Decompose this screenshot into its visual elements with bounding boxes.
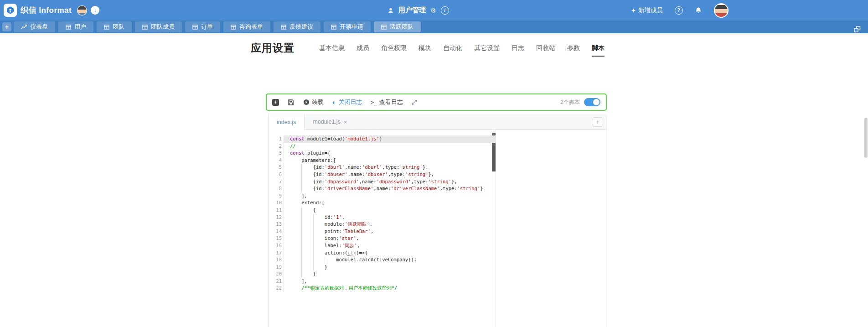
close-log-button[interactable]: ◐ 关闭日志 bbox=[332, 98, 362, 106]
code-token: , bbox=[356, 235, 359, 241]
workspace-avatar[interactable] bbox=[77, 5, 87, 16]
code-line[interactable]: 4 parameters:[ bbox=[269, 157, 496, 164]
line-number: 15 bbox=[269, 235, 284, 242]
settings-tab-基本信息[interactable]: 基本信息 bbox=[319, 44, 345, 57]
indent-guide bbox=[301, 207, 302, 214]
code-line[interactable]: 6 {id:'dbuser',name:'dbuser',type:'strin… bbox=[269, 171, 496, 178]
indent-guide bbox=[301, 228, 302, 235]
multi-window-icon[interactable] bbox=[853, 26, 861, 35]
code-line[interactable]: 3const plugin={ bbox=[269, 150, 496, 157]
line-number: 20 bbox=[269, 270, 284, 278]
editor-tab-label: module1.js bbox=[313, 119, 340, 125]
code-line-content: module:'活跃团队', bbox=[284, 221, 496, 228]
code-token: 'string' bbox=[457, 186, 480, 191]
line-number: 11 bbox=[269, 207, 284, 214]
table-icon bbox=[142, 25, 148, 30]
user-avatar[interactable] bbox=[714, 3, 728, 18]
info-icon[interactable]: i bbox=[441, 6, 449, 15]
settings-tab-自动化[interactable]: 自动化 bbox=[443, 44, 462, 57]
code-token: module: bbox=[290, 221, 345, 227]
view-log-button[interactable]: >_ 查看日志 bbox=[371, 98, 403, 106]
code-line[interactable]: 14 point:'TableBar', bbox=[269, 228, 496, 235]
app-title: 用户管理 bbox=[398, 6, 426, 15]
code-line[interactable]: 17 action:(ctx)=>{ bbox=[269, 249, 496, 257]
code-token: // bbox=[290, 143, 296, 149]
close-icon[interactable]: × bbox=[344, 119, 347, 125]
nav-tab-用户[interactable]: 用户 bbox=[58, 21, 93, 32]
nav-tab-活跃团队[interactable]: 活跃团队 bbox=[374, 21, 421, 32]
code-line[interactable]: 15 icon:'star', bbox=[269, 235, 496, 242]
save-button[interactable] bbox=[288, 99, 294, 106]
code-line[interactable]: 10 extend:[ bbox=[269, 199, 496, 207]
settings-tab-模块[interactable]: 模块 bbox=[418, 44, 431, 57]
code-line[interactable]: 21 ], bbox=[269, 278, 496, 285]
code-line[interactable]: 1const module1=load('module1.js') bbox=[269, 135, 496, 143]
code-line[interactable]: 9 ], bbox=[269, 192, 496, 200]
nav-tab-反馈建议[interactable]: 反馈建议 bbox=[274, 21, 320, 32]
nav-tab-订单[interactable]: 订单 bbox=[185, 21, 220, 32]
load-button[interactable]: 装载 bbox=[303, 98, 324, 106]
help-icon[interactable]: ? bbox=[675, 6, 683, 15]
download-circle-icon[interactable]: ↓ bbox=[91, 6, 99, 15]
code-line[interactable]: 2// bbox=[269, 143, 496, 150]
table-icon bbox=[231, 25, 236, 30]
code-line[interactable]: 22 /**锁定表的数据列，用户不能修改这些列*/ bbox=[269, 285, 496, 292]
top-header: 织信 Informat ↓ 用户管理 ⚙ i + 新增成员 ? bbox=[0, 0, 868, 21]
line-number: 21 bbox=[269, 278, 284, 285]
bell-icon[interactable] bbox=[695, 7, 702, 14]
code-token: /**锁定表的数据列，用户不能修改这些列*/ bbox=[290, 285, 397, 291]
nav-tab-label: 活跃团队 bbox=[390, 23, 413, 31]
code-line[interactable]: 8 {id:'driverClassName',name:'driverClas… bbox=[269, 185, 496, 192]
settings-tab-角色权限[interactable]: 角色权限 bbox=[381, 44, 407, 57]
add-script-button[interactable]: + bbox=[272, 99, 279, 106]
editor-tab-index.js[interactable]: index.js bbox=[269, 114, 305, 130]
code-line[interactable]: 5 {id:'dburl',name:'dburl',type:'string'… bbox=[269, 164, 496, 171]
gear-icon[interactable]: ⚙ bbox=[430, 7, 436, 14]
code-line[interactable]: 11 { bbox=[269, 207, 496, 214]
code-token: { bbox=[290, 207, 316, 213]
code-line[interactable]: 20 } bbox=[269, 270, 496, 278]
nav-tab-团队成员[interactable]: 团队成员 bbox=[135, 21, 182, 32]
fullscreen-button[interactable]: ⤢ bbox=[412, 99, 417, 106]
line-number: 10 bbox=[269, 199, 284, 207]
table-icon bbox=[192, 25, 198, 30]
code-line-content: {id:'dbuser',name:'dbuser',type:'string'… bbox=[284, 171, 496, 178]
code-token: , bbox=[357, 243, 360, 248]
page-scrollbar[interactable] bbox=[864, 118, 868, 158]
indent-guide bbox=[313, 214, 314, 221]
code-token: ) bbox=[379, 136, 382, 141]
indent-guide bbox=[301, 242, 302, 249]
indent-guide bbox=[313, 235, 314, 242]
table-icon bbox=[66, 25, 71, 30]
line-number: 3 bbox=[269, 150, 284, 157]
line-number: 6 bbox=[269, 171, 284, 178]
line-chart-icon bbox=[21, 24, 27, 30]
add-module-button[interactable]: + bbox=[2, 22, 11, 31]
code-line[interactable]: 13 module:'活跃团队', bbox=[269, 221, 496, 228]
code-line[interactable]: 12 id:'1', bbox=[269, 214, 496, 221]
code-line[interactable]: 18 module1.calcActiveCompany(); bbox=[269, 256, 496, 264]
nav-tab-团队[interactable]: 团队 bbox=[97, 21, 132, 32]
editor-tab-module1.js[interactable]: module1.js× bbox=[305, 114, 355, 129]
code-area[interactable]: 1const module1=load('module1.js')2//3con… bbox=[269, 130, 496, 327]
code-token: )=>{ bbox=[356, 250, 367, 255]
settings-tab-回收站[interactable]: 回收站 bbox=[536, 44, 555, 57]
table-icon bbox=[381, 25, 387, 30]
settings-tab-参数[interactable]: 参数 bbox=[567, 44, 580, 57]
settings-tab-成员[interactable]: 成员 bbox=[356, 44, 369, 57]
add-file-button[interactable]: + bbox=[593, 117, 602, 127]
settings-tab-脚本[interactable]: 脚本 bbox=[592, 44, 604, 57]
add-member-button[interactable]: + 新增成员 bbox=[631, 6, 663, 15]
code-line[interactable]: 16 label:'同步', bbox=[269, 242, 496, 249]
nav-tab-咨询表单[interactable]: 咨询表单 bbox=[223, 21, 270, 32]
scripts-toggle[interactable] bbox=[584, 98, 600, 106]
settings-tab-日志[interactable]: 日志 bbox=[512, 44, 524, 57]
app-logo-icon[interactable] bbox=[4, 4, 17, 17]
indent-guide bbox=[301, 185, 302, 192]
settings-tab-其它设置[interactable]: 其它设置 bbox=[474, 44, 500, 57]
indent-guide bbox=[301, 178, 302, 186]
nav-tab-开票申请[interactable]: 开票申请 bbox=[324, 21, 371, 32]
nav-tab-仪表盘[interactable]: 仪表盘 bbox=[14, 21, 55, 32]
code-line[interactable]: 7 {id:'dbpassword',name:'dbpassword',typ… bbox=[269, 178, 496, 186]
code-line[interactable]: 19 } bbox=[269, 264, 496, 271]
